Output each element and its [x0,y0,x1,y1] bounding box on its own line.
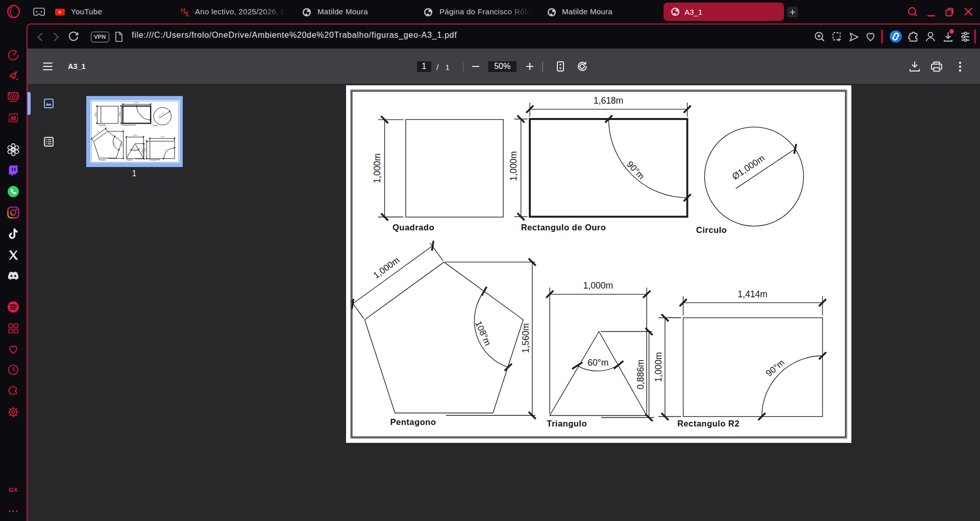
svg-text:0,886m: 0,886m [141,148,143,154]
svg-text:Ø1,000m: Ø1,000m [158,111,164,117]
svg-text:M: M [11,115,16,122]
svg-text:1,560m: 1,560m [521,323,531,353]
svg-text:60°m: 60°m [587,358,608,368]
svg-text:Ø1,000m: Ø1,000m [730,153,767,182]
svg-text:Rectangulo R2: Rectangulo R2 [677,419,740,428]
svg-text:1,000m: 1,000m [583,280,613,291]
svg-text:1,000m: 1,000m [94,112,96,117]
svg-text:1,000m: 1,000m [118,111,120,117]
svg-text:1,618m: 1,618m [594,96,623,106]
svg-text:1,000m: 1,000m [132,134,138,136]
svg-text:Circulo: Circulo [696,225,727,234]
svg-text:Quadrado: Quadrado [393,223,434,232]
svg-text:Rectangulo de Ouro: Rectangulo de Ouro [521,223,606,232]
svg-text:1,560m: 1,560m [121,141,123,147]
svg-text:Triangulo: Triangulo [547,419,587,428]
svg-text:1,000m: 1,000m [508,151,519,181]
svg-text:Rectangulo R2: Rectangulo R2 [149,159,160,161]
svg-text:Pentagono: Pentagono [390,417,436,427]
svg-text:1,000m: 1,000m [371,255,401,280]
svg-text:Circulo: Circulo [152,125,157,127]
svg-text:Pentagono: Pentagono [98,158,106,160]
svg-text:Triangulo: Triangulo [126,159,132,161]
svg-text:Quadrado: Quadrado [99,124,106,126]
svg-text:1,000m: 1,000m [653,352,664,382]
svg-text:1,618m: 1,618m [134,102,139,104]
svg-text:1,000m: 1,000m [94,130,100,135]
svg-text:Rectangulo de Ouro: Rectangulo de Ouro [121,124,136,126]
svg-text:0,886m: 0,886m [635,360,646,389]
svg-text:90°m: 90°m [764,357,787,378]
svg-text:1,000m: 1,000m [144,147,146,152]
svg-text:1,414m: 1,414m [159,136,165,138]
svg-text:1,000m: 1,000m [372,153,382,183]
svg-text:1,414m: 1,414m [738,289,767,299]
svg-text:60°m: 60°m [133,148,137,150]
